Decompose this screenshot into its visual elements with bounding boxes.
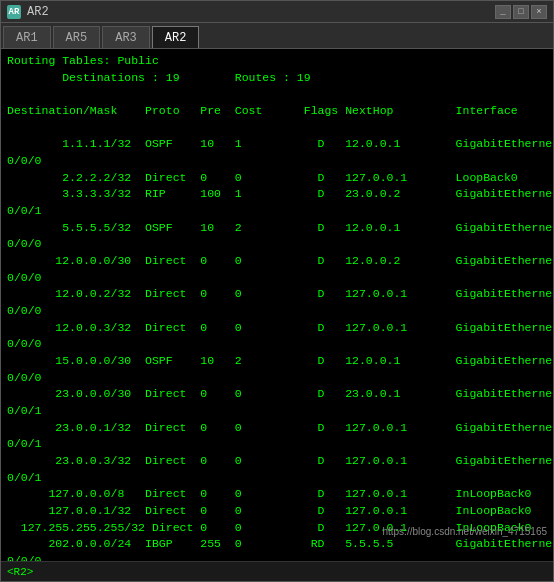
tab-ar3[interactable]: AR3 (102, 26, 150, 48)
close-button[interactable]: × (531, 5, 547, 19)
window-title: AR2 (27, 5, 49, 19)
tab-ar2[interactable]: AR2 (152, 26, 200, 48)
app-icon: AR (7, 5, 21, 19)
maximize-button[interactable]: □ (513, 5, 529, 19)
terminal-text: Routing Tables: Public Destinations : 19… (7, 53, 547, 561)
watermark: https://blog.csdn.net/weixin_4715165 (382, 525, 547, 540)
title-bar: AR AR2 _ □ × (1, 1, 553, 23)
tabs-bar: AR1 AR5 AR3 AR2 (1, 23, 553, 49)
title-bar-left: AR AR2 (7, 5, 49, 19)
tab-ar5[interactable]: AR5 (53, 26, 101, 48)
prompt: <R2> (7, 566, 33, 578)
main-window: AR AR2 _ □ × AR1 AR5 AR3 AR2 Routing Tab… (0, 0, 554, 582)
minimize-button[interactable]: _ (495, 5, 511, 19)
terminal-output: Routing Tables: Public Destinations : 19… (1, 49, 553, 561)
title-controls: _ □ × (495, 5, 547, 19)
tab-ar1[interactable]: AR1 (3, 26, 51, 48)
status-bar[interactable]: <R2> (1, 561, 553, 581)
